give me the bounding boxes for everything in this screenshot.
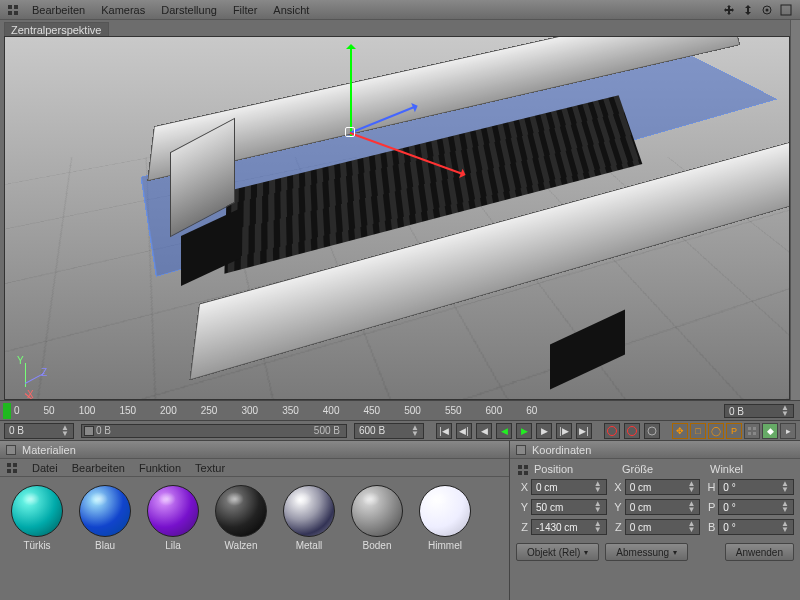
menu-view[interactable]: Ansicht	[265, 2, 317, 18]
key-rotate-icon[interactable]: ◯	[708, 423, 724, 439]
key-move-icon[interactable]: ✥	[672, 423, 688, 439]
view-pan-icon[interactable]	[721, 3, 737, 17]
material-preview-sphere	[283, 485, 335, 537]
prev-key-button[interactable]: ◀|	[456, 423, 472, 439]
mat-menu-function[interactable]: Funktion	[139, 462, 181, 474]
menu-edit[interactable]: Bearbeiten	[24, 2, 93, 18]
coordinates-title: Koordinaten	[510, 441, 800, 459]
panel-handle-icon[interactable]	[516, 463, 530, 477]
play-forward-button[interactable]: ▶	[516, 423, 532, 439]
gizmo-origin[interactable]	[345, 127, 355, 137]
key-extra-icon[interactable]: ▸	[780, 423, 796, 439]
angle-h-field[interactable]: 0 °▲▼	[718, 479, 794, 495]
key-scale-icon[interactable]: □	[690, 423, 706, 439]
record-button[interactable]	[604, 423, 620, 439]
material-preview-sphere	[79, 485, 131, 537]
position-y-field[interactable]: 50 cm▲▼	[531, 499, 607, 515]
view-zoom-icon[interactable]	[740, 3, 756, 17]
menu-display[interactable]: Darstellung	[153, 2, 225, 18]
position-z-field[interactable]: -1430 cm▲▼	[531, 519, 607, 535]
material-preview-sphere	[215, 485, 267, 537]
viewport-area: Zentralperspektive Y Z X	[0, 20, 800, 400]
timeline-ruler[interactable]: 050100 150200250 300350400 450500550 600…	[0, 400, 800, 420]
svg-rect-11	[753, 432, 756, 435]
svg-rect-17	[524, 465, 528, 469]
bottom-panels: Materialien Datei Bearbeiten Funktion Te…	[0, 440, 800, 600]
panel-collapse-icon[interactable]	[6, 445, 16, 455]
material-preview-sphere	[147, 485, 199, 537]
play-back-button[interactable]: ◀	[496, 423, 512, 439]
svg-rect-15	[13, 469, 17, 473]
svg-rect-2	[8, 11, 12, 15]
object-mode-dropdown[interactable]: Objekt (Rel)▾	[516, 543, 599, 561]
material-metall[interactable]: Metall	[278, 485, 340, 551]
mat-menu-file[interactable]: Datei	[32, 462, 58, 474]
viewport-3d[interactable]: Y Z X	[4, 36, 790, 400]
axis-label: Y	[516, 501, 528, 513]
material-preview-sphere	[351, 485, 403, 537]
material-label: Blau	[95, 540, 115, 551]
panel-handle-icon[interactable]	[6, 462, 18, 474]
axis-label: Z	[516, 521, 528, 533]
mat-menu-edit[interactable]: Bearbeiten	[72, 462, 125, 474]
svg-rect-1	[14, 5, 18, 9]
range-start-field[interactable]: 0 B▲▼	[4, 423, 74, 439]
range-end-field[interactable]: 600 B▲▼	[354, 423, 424, 439]
angle-label: P	[703, 501, 715, 513]
material-lila[interactable]: Lila	[142, 485, 204, 551]
key-active-icon[interactable]: ◆	[762, 423, 778, 439]
playhead-marker[interactable]	[3, 403, 11, 419]
position-x-field[interactable]: 0 cm▲▼	[531, 479, 607, 495]
goto-start-button[interactable]: |◀	[436, 423, 452, 439]
current-frame-field[interactable]: 0 B▲▼	[724, 404, 794, 418]
goto-end-button[interactable]: ▶|	[576, 423, 592, 439]
material-türkis[interactable]: Türkis	[6, 485, 68, 551]
material-boden[interactable]: Boden	[346, 485, 408, 551]
panel-collapse-icon[interactable]	[516, 445, 526, 455]
key-selection-icon[interactable]	[744, 423, 760, 439]
prev-frame-button[interactable]: ◀	[476, 423, 492, 439]
materials-title: Materialien	[0, 441, 509, 459]
next-key-button[interactable]: |▶	[556, 423, 572, 439]
angle-label: H	[703, 481, 715, 493]
key-options-button[interactable]	[644, 423, 660, 439]
menu-cameras[interactable]: Kameras	[93, 2, 153, 18]
svg-rect-18	[518, 471, 522, 475]
range-right-label: 500 B	[314, 425, 340, 436]
mat-menu-texture[interactable]: Textur	[195, 462, 225, 474]
apply-button[interactable]: Anwenden	[725, 543, 794, 561]
playback-bar: 0 B▲▼ 0 B 500 B 600 B▲▼ |◀ ◀| ◀ ◀ ▶ ▶ |▶…	[0, 420, 800, 440]
coord-row-z: Z-1430 cm▲▼Z0 cm▲▼B0 °▲▼	[510, 517, 800, 537]
key-channel-toolbar: ✥ □ ◯ P ◆ ▸	[672, 423, 796, 439]
axis-label: Z	[610, 521, 622, 533]
size-y-field[interactable]: 0 cm▲▼	[625, 499, 701, 515]
next-frame-button[interactable]: ▶	[536, 423, 552, 439]
timeline-range-slider[interactable]: 0 B 500 B	[81, 424, 347, 438]
material-label: Türkis	[23, 540, 50, 551]
menu-filter[interactable]: Filter	[225, 2, 265, 18]
coord-row-x: X0 cm▲▼X0 cm▲▼H0 °▲▼	[510, 477, 800, 497]
dimension-dropdown[interactable]: Abmessung▾	[605, 543, 688, 561]
autokey-button[interactable]	[624, 423, 640, 439]
range-left-label: 0 B	[96, 425, 111, 436]
gizmo-y-axis[interactable]	[350, 47, 352, 137]
header-size: Größe	[618, 463, 706, 477]
view-orbit-icon[interactable]	[759, 3, 775, 17]
material-label: Metall	[296, 540, 323, 551]
axis-label: X	[516, 481, 528, 493]
material-blau[interactable]: Blau	[74, 485, 136, 551]
range-handle-left[interactable]	[84, 426, 94, 436]
axis-label: Y	[610, 501, 622, 513]
size-x-field[interactable]: 0 cm▲▼	[625, 479, 701, 495]
material-label: Lila	[165, 540, 181, 551]
key-param-icon[interactable]: P	[726, 423, 742, 439]
view-maximize-icon[interactable]	[778, 3, 794, 17]
material-himmel[interactable]: Himmel	[414, 485, 476, 551]
panel-handle-icon[interactable]	[6, 3, 20, 17]
angle-b-field[interactable]: 0 °▲▼	[718, 519, 794, 535]
size-z-field[interactable]: 0 cm▲▼	[625, 519, 701, 535]
angle-p-field[interactable]: 0 °▲▼	[718, 499, 794, 515]
right-dock-strip[interactable]	[790, 20, 800, 400]
material-walzen[interactable]: Walzen	[210, 485, 272, 551]
header-position: Position	[530, 463, 618, 477]
